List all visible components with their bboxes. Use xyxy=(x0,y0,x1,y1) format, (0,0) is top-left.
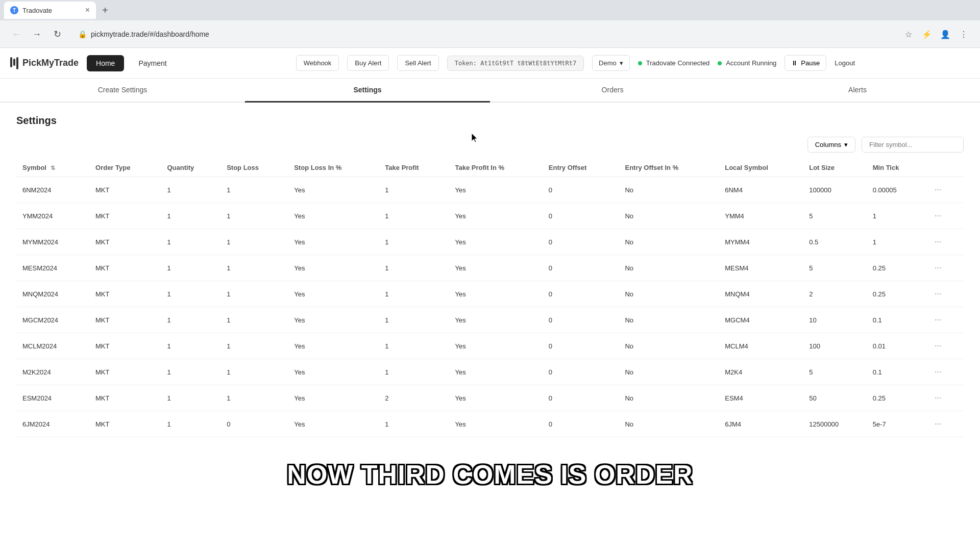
table-row: YMM2024MKT11Yes1Yes0NoYMM451··· xyxy=(16,203,964,229)
cell-min-tick: 0.1 xyxy=(867,359,925,385)
pause-button[interactable]: ⏸ Pause xyxy=(785,55,826,71)
browser-navigation: ← → ↻ 🔒 pickmytrade.trade/#/dashboard/ho… xyxy=(0,20,980,48)
tab-orders[interactable]: Orders xyxy=(490,79,735,103)
cell-symbol: MGCM2024 xyxy=(16,307,89,333)
webhook-button[interactable]: Webhook xyxy=(296,55,339,71)
cell-take-profit: 1 xyxy=(379,307,449,333)
row-menu-button[interactable]: ··· xyxy=(932,418,944,430)
cell-lot-size: 5 xyxy=(803,203,866,229)
cell-lot-size: 2 xyxy=(803,281,866,307)
cell-row-menu[interactable]: ··· xyxy=(925,203,964,229)
cell-take-profit-pct: Yes xyxy=(449,307,543,333)
cell-entry-offset: 0 xyxy=(543,203,619,229)
demo-selector[interactable]: Demo ▾ xyxy=(592,55,630,71)
forward-button[interactable]: → xyxy=(29,26,45,42)
tab-alerts[interactable]: Alerts xyxy=(735,79,980,103)
row-menu-button[interactable]: ··· xyxy=(932,184,944,195)
cell-order-type: MKT xyxy=(89,281,161,307)
browser-tab-active[interactable]: T Tradovate × xyxy=(4,2,96,19)
cell-symbol: ESM2024 xyxy=(16,385,89,411)
cell-min-tick: 0.01 xyxy=(867,333,925,359)
cell-entry-offset: 0 xyxy=(543,307,619,333)
tradovate-connected-label: Tradovate Connected xyxy=(646,59,710,67)
cell-quantity: 1 xyxy=(161,281,221,307)
logo-bar-3 xyxy=(16,57,18,69)
profile-button[interactable]: 👤 xyxy=(937,26,953,42)
row-menu-button[interactable]: ··· xyxy=(932,288,944,299)
cell-row-menu[interactable]: ··· xyxy=(925,229,964,255)
cell-take-profit-pct: Yes xyxy=(449,255,543,281)
demo-label: Demo xyxy=(599,59,617,67)
columns-button[interactable]: Columns ▾ xyxy=(807,137,855,153)
tab-settings[interactable]: Settings xyxy=(245,79,490,103)
overlay-text-container: NOW THIRD COMES IS ORDER xyxy=(287,459,693,490)
logout-button[interactable]: Logout xyxy=(835,59,855,67)
buy-alert-button[interactable]: Buy Alert xyxy=(347,55,389,71)
cell-order-type: MKT xyxy=(89,255,161,281)
cell-take-profit: 1 xyxy=(379,411,449,437)
row-menu-button[interactable]: ··· xyxy=(932,340,944,352)
extensions-button[interactable]: ⚡ xyxy=(919,26,935,42)
cell-row-menu[interactable]: ··· xyxy=(925,411,964,437)
home-nav-button[interactable]: Home xyxy=(87,55,124,71)
columns-chevron-icon: ▾ xyxy=(844,141,848,148)
row-menu-button[interactable]: ··· xyxy=(932,210,944,221)
cell-entry-offset: 0 xyxy=(543,177,619,203)
cell-symbol: YMM2024 xyxy=(16,203,89,229)
table-row: 6NM2024MKT11Yes1Yes0No6NM41000000.00005·… xyxy=(16,177,964,203)
tab-create-settings[interactable]: Create Settings xyxy=(0,79,245,103)
bookmarks-button[interactable]: ☆ xyxy=(900,26,917,42)
cell-local-symbol: 6JM4 xyxy=(719,411,803,437)
cell-take-profit: 1 xyxy=(379,203,449,229)
cell-row-menu[interactable]: ··· xyxy=(925,359,964,385)
cell-symbol: MNQM2024 xyxy=(16,281,89,307)
table-row: MGCM2024MKT11Yes1Yes0NoMGCM4100.1··· xyxy=(16,307,964,333)
cell-entry-offset: 0 xyxy=(543,333,619,359)
filter-input[interactable] xyxy=(862,137,964,153)
menu-button[interactable]: ⋮ xyxy=(955,26,972,42)
cell-row-menu[interactable]: ··· xyxy=(925,385,964,411)
logo-text: PickMyTrade xyxy=(22,58,79,68)
cell-stop-loss-pct: Yes xyxy=(288,177,379,203)
cell-row-menu[interactable]: ··· xyxy=(925,255,964,281)
row-menu-button[interactable]: ··· xyxy=(932,366,944,378)
cell-row-menu[interactable]: ··· xyxy=(925,177,964,203)
tab-close-button[interactable]: × xyxy=(85,6,90,15)
col-take-profit-pct: Take Profit In % xyxy=(449,159,543,177)
row-menu-button[interactable]: ··· xyxy=(932,314,944,325)
demo-chevron-icon: ▾ xyxy=(620,59,623,67)
account-running-status: Account Running xyxy=(718,59,776,67)
back-button[interactable]: ← xyxy=(8,26,24,42)
cell-row-menu[interactable]: ··· xyxy=(925,333,964,359)
logo-bar-2 xyxy=(13,59,15,66)
cell-order-type: MKT xyxy=(89,333,161,359)
cell-symbol: 6JM2024 xyxy=(16,411,89,437)
col-symbol: Symbol ⇅ xyxy=(16,159,89,177)
cell-take-profit-pct: Yes xyxy=(449,281,543,307)
cell-take-profit-pct: Yes xyxy=(449,359,543,385)
cell-take-profit: 1 xyxy=(379,255,449,281)
cell-min-tick: 0.1 xyxy=(867,307,925,333)
cell-local-symbol: YMM4 xyxy=(719,203,803,229)
row-menu-button[interactable]: ··· xyxy=(932,236,944,247)
row-menu-button[interactable]: ··· xyxy=(932,392,944,404)
cell-stop-loss-pct: Yes xyxy=(288,385,379,411)
address-bar[interactable]: 🔒 pickmytrade.trade/#/dashboard/home xyxy=(69,27,896,42)
col-quantity: Quantity xyxy=(161,159,221,177)
sell-alert-button[interactable]: Sell Alert xyxy=(397,55,438,71)
table-row: MNQM2024MKT11Yes1Yes0NoMNQM420.25··· xyxy=(16,281,964,307)
cell-row-menu[interactable]: ··· xyxy=(925,281,964,307)
new-tab-button[interactable]: + xyxy=(98,3,112,18)
cell-quantity: 1 xyxy=(161,359,221,385)
cell-row-menu[interactable]: ··· xyxy=(925,307,964,333)
row-menu-button[interactable]: ··· xyxy=(932,262,944,273)
cell-order-type: MKT xyxy=(89,203,161,229)
cell-entry-offset: 0 xyxy=(543,281,619,307)
cell-quantity: 1 xyxy=(161,385,221,411)
cell-entry-offset-pct: No xyxy=(619,307,719,333)
reload-button[interactable]: ↻ xyxy=(49,26,65,42)
cell-entry-offset: 0 xyxy=(543,255,619,281)
payment-nav-button[interactable]: Payment xyxy=(132,55,173,71)
table-row: MESM2024MKT11Yes1Yes0NoMESM450.25··· xyxy=(16,255,964,281)
cell-take-profit: 2 xyxy=(379,385,449,411)
